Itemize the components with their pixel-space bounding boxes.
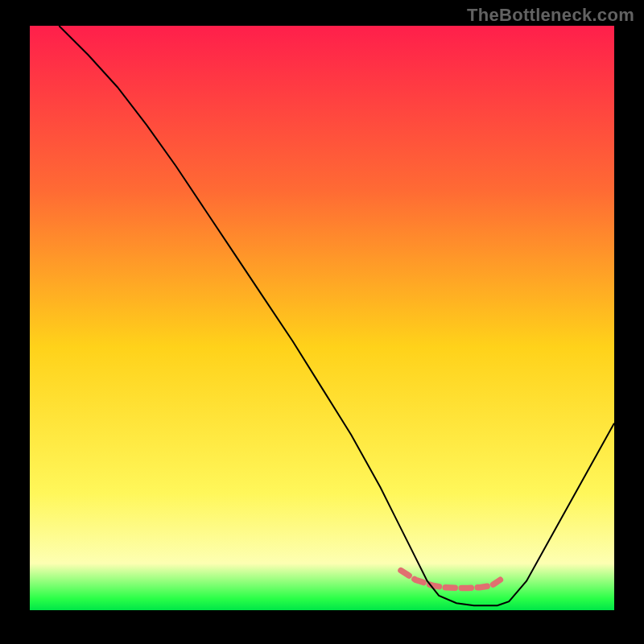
plot-background [30,26,614,610]
watermark-text: TheBottleneck.com [467,5,634,26]
bottleneck-chart [30,26,614,610]
chart-frame: TheBottleneck.com [0,0,644,644]
